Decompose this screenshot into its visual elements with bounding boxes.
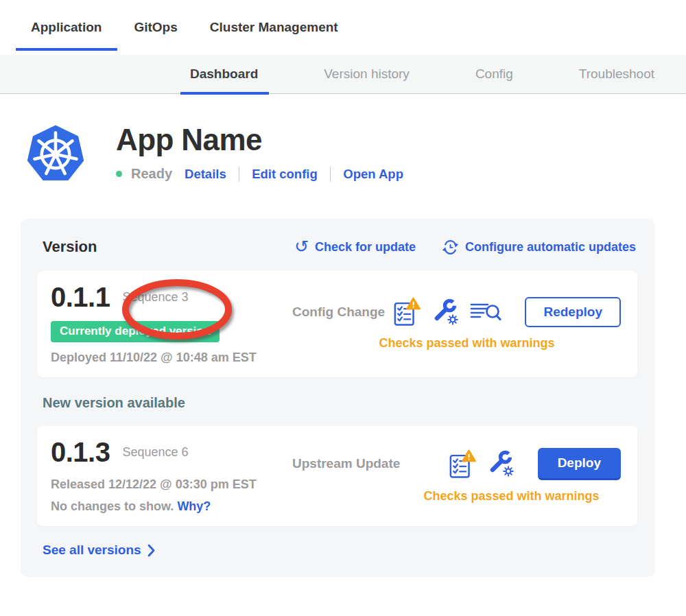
version-panel: Version ↺ Check for update Configure aut… — [21, 219, 655, 577]
page-title: App Name — [116, 123, 403, 157]
scheduled-update-icon — [442, 239, 459, 256]
wrench-gear-icon[interactable] — [487, 449, 514, 479]
available-version-card: 0.1.3 Sequence 6 Released 12/12/22 @ 03:… — [37, 426, 637, 526]
available-version-number: 0.1.3 — [51, 437, 110, 468]
edit-config-link[interactable]: Edit config — [252, 167, 318, 182]
topnav-item-gitops[interactable]: GitOps — [134, 0, 177, 55]
current-version-sequence: Sequence 3 — [122, 290, 188, 305]
wrench-gear-icon[interactable] — [431, 297, 459, 327]
chevron-right-icon — [147, 544, 155, 557]
deploy-button[interactable]: Deploy — [538, 448, 621, 480]
tab-troubleshoot[interactable]: Troubleshoot — [579, 55, 654, 94]
ready-status-dot-icon — [116, 171, 122, 177]
tab-dashboard[interactable]: Dashboard — [190, 55, 258, 94]
log-search-icon[interactable] — [470, 298, 501, 326]
topnav-item-application[interactable]: Application — [31, 0, 102, 55]
app-sub-navigation: Dashboard Version history Config Trouble… — [0, 55, 686, 94]
deployed-timestamp: Deployed 11/10/22 @ 10:48 am EST — [51, 351, 292, 365]
no-changes-line: No changes to show. Why? — [51, 499, 292, 514]
app-status: Ready — [131, 166, 172, 182]
why-link[interactable]: Why? — [177, 499, 211, 513]
refresh-icon: ↺ — [294, 238, 309, 255]
configure-automatic-updates-label: Configure automatic updates — [465, 240, 636, 254]
see-all-versions-link[interactable]: See all versions — [43, 543, 155, 558]
preflight-checks-warning-icon[interactable] — [393, 296, 421, 327]
open-app-link[interactable]: Open App — [343, 167, 403, 182]
preflight-checks-warning-icon[interactable] — [449, 449, 476, 479]
current-checks-status: Checks passed with warnings — [292, 336, 621, 351]
topnav-item-cluster-management[interactable]: Cluster Management — [210, 0, 338, 55]
check-for-update-button[interactable]: ↺ Check for update — [294, 239, 416, 256]
app-header: App Name Ready Details Edit config Open … — [24, 121, 686, 185]
see-all-versions-label: See all versions — [43, 543, 141, 558]
version-panel-title: Version — [43, 238, 97, 256]
check-for-update-label: Check for update — [315, 240, 416, 254]
divider — [330, 167, 331, 182]
released-timestamp: Released 12/12/22 @ 03:30 pm EST — [51, 477, 292, 492]
top-navigation: Application GitOps Cluster Management — [0, 0, 686, 55]
currently-deployed-badge: Currently deployed version — [51, 321, 220, 342]
tab-version-history[interactable]: Version history — [324, 55, 410, 94]
current-version-number: 0.1.1 — [51, 282, 110, 313]
available-change-type: Upstream Update — [292, 456, 400, 471]
current-change-type: Config Change — [292, 305, 385, 320]
tab-config[interactable]: Config — [475, 55, 513, 94]
divider — [239, 167, 240, 182]
redeploy-button[interactable]: Redeploy — [525, 297, 621, 327]
available-checks-status: Checks passed with warnings — [292, 489, 621, 504]
no-changes-text: No changes to show. — [51, 499, 174, 513]
available-version-sequence: Sequence 6 — [122, 445, 188, 460]
current-version-card: 0.1.1 Sequence 3 Currently deployed vers… — [37, 271, 637, 377]
kubernetes-logo-icon — [24, 121, 87, 185]
configure-automatic-updates-button[interactable]: Configure automatic updates — [442, 239, 636, 256]
details-link[interactable]: Details — [185, 167, 226, 182]
new-version-heading: New version available — [43, 395, 637, 411]
